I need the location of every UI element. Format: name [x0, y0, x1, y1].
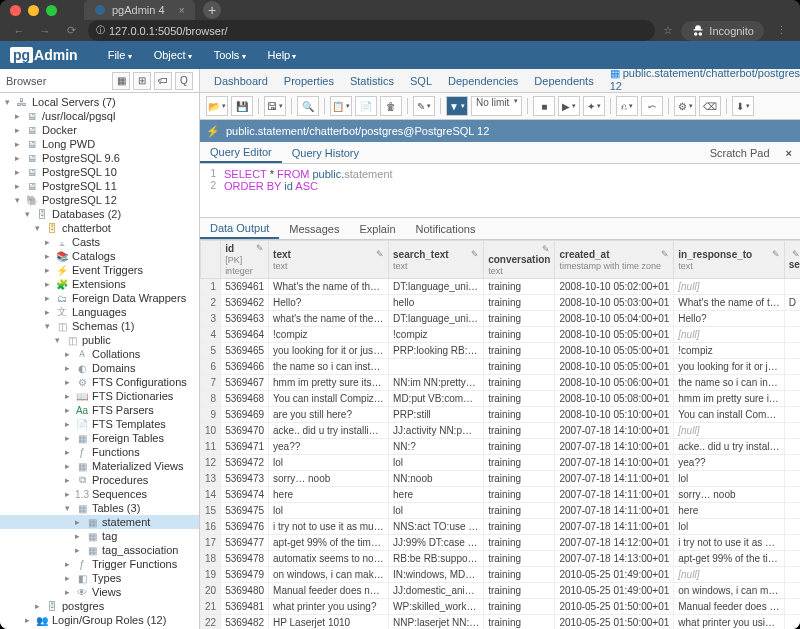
table-row[interactable]: 225369482HP Laserjet 1010NNP:laserjet NN… — [201, 615, 801, 630]
table-cell[interactable]: lol — [389, 455, 484, 471]
expand-icon[interactable]: ▸ — [12, 153, 22, 163]
menu-file[interactable]: File — [98, 46, 142, 64]
find-button[interactable]: 🔍 — [297, 96, 319, 116]
bookmark-icon[interactable]: ☆ — [663, 24, 673, 37]
expand-icon[interactable]: ▸ — [62, 461, 72, 471]
table-cell[interactable] — [784, 503, 800, 519]
table-cell[interactable]: training — [484, 359, 555, 375]
expand-icon[interactable]: ▸ — [72, 545, 82, 555]
table-cell[interactable]: training — [484, 615, 555, 630]
url-bar[interactable]: ⓘ 127.0.0.1:5050/browser/ — [88, 20, 655, 41]
table-cell[interactable]: training — [484, 423, 555, 439]
table-cell[interactable]: 4 — [201, 327, 221, 343]
tree-item[interactable]: ▾◫Schemas (1) — [0, 319, 199, 333]
table-cell[interactable]: 2008-10-10 05:05:00+01 — [555, 359, 674, 375]
table-cell[interactable]: [null] — [674, 423, 784, 439]
table-cell[interactable]: 3 — [201, 311, 221, 327]
table-cell[interactable]: 5369473 — [221, 471, 269, 487]
table-cell[interactable]: 5369461 — [221, 279, 269, 295]
table-cell[interactable]: [null] — [674, 327, 784, 343]
table-row[interactable]: 115369471yea??NN:?training2007-07-18 14:… — [201, 439, 801, 455]
column-header[interactable]: ✎in_response_totext — [674, 241, 784, 279]
new-tab-button[interactable]: + — [203, 1, 221, 19]
table-cell[interactable]: acke.. did u try installing flash using… — [269, 423, 389, 439]
table-cell[interactable]: 8 — [201, 391, 221, 407]
expand-icon[interactable]: ▸ — [62, 447, 72, 457]
table-cell[interactable]: 5369482 — [221, 615, 269, 630]
table-row[interactable]: 125369472lolloltraining2007-07-18 14:10:… — [201, 455, 801, 471]
table-cell[interactable]: 2008-10-10 05:08:00+01 — [555, 391, 674, 407]
table-cell[interactable]: training — [484, 327, 555, 343]
menu-tools[interactable]: Tools — [204, 46, 256, 64]
expand-icon[interactable]: ▸ — [62, 363, 72, 373]
table-cell[interactable]: 5369470 — [221, 423, 269, 439]
table-cell[interactable]: training — [484, 375, 555, 391]
tree-item[interactable]: ▾🐘PostgreSQL 12 — [0, 193, 199, 207]
tree-item[interactable]: ▸📄FTS Templates — [0, 417, 199, 431]
table-cell[interactable]: Manual feeder does … — [674, 599, 784, 615]
tree-item[interactable]: ▸🖥/usr/local/pgsql — [0, 109, 199, 123]
scratch-pad-tab[interactable]: Scratch Pad — [702, 144, 778, 162]
tree-item[interactable]: ▸文Languages — [0, 305, 199, 319]
tree-item[interactable]: ▸▦statement — [0, 515, 199, 529]
close-scratch-button[interactable]: × — [778, 147, 800, 159]
table-cell[interactable]: training — [484, 487, 555, 503]
query-history-tab[interactable]: Query History — [282, 144, 369, 162]
table-row[interactable]: 135369473sorry… noobNN:noobtraining2007-… — [201, 471, 801, 487]
table-cell[interactable]: training — [484, 503, 555, 519]
expand-icon[interactable]: ▸ — [62, 405, 72, 415]
table-cell[interactable]: 5369478 — [221, 551, 269, 567]
explain-button[interactable]: ✦ — [583, 96, 605, 116]
table-cell[interactable]: !compiz — [269, 327, 389, 343]
table-cell[interactable]: PRP:looking RB:… — [389, 343, 484, 359]
table-cell[interactable] — [784, 599, 800, 615]
table-cell[interactable]: training — [484, 391, 555, 407]
table-cell[interactable]: 5369463 — [221, 311, 269, 327]
table-cell[interactable]: hmm im pretty sure its under add/re… — [269, 375, 389, 391]
table-cell[interactable]: you looking for it or j… — [674, 359, 784, 375]
table-cell[interactable]: 9 — [201, 407, 221, 423]
delete-button[interactable]: 🗑 — [380, 96, 402, 116]
column-header[interactable]: ✎se — [784, 241, 800, 279]
table-cell[interactable]: 12 — [201, 455, 221, 471]
table-cell[interactable]: 6 — [201, 359, 221, 375]
table-cell[interactable]: 13 — [201, 471, 221, 487]
tree-item[interactable]: ▾◫public — [0, 333, 199, 347]
table-cell[interactable]: MD:put VB:com… — [389, 391, 484, 407]
table-cell[interactable] — [784, 407, 800, 423]
table-row[interactable]: 205369480Manual feeder does not work for… — [201, 583, 801, 599]
table-cell[interactable]: 2007-07-18 14:11:00+01 — [555, 487, 674, 503]
table-cell[interactable]: D — [784, 295, 800, 311]
copy-button[interactable]: 📋 — [330, 96, 352, 116]
expand-icon[interactable]: ▾ — [32, 223, 42, 233]
table-cell[interactable]: apt-get 99% of the ti… — [674, 551, 784, 567]
table-cell[interactable]: Manual feeder does not work for me — [269, 583, 389, 599]
table-cell[interactable]: hmm im pretty sure i… — [674, 391, 784, 407]
pgadmin-logo[interactable]: pgAdmin — [10, 47, 78, 63]
tree-item[interactable]: ▸🗂Foreign Data Wrappers — [0, 291, 199, 305]
paste-button[interactable]: 📄 — [355, 96, 377, 116]
table-row[interactable]: 95369469are you still here?PRP:stilltrai… — [201, 407, 801, 423]
table-cell[interactable] — [784, 615, 800, 630]
table-cell[interactable]: DT:language_uni… — [389, 279, 484, 295]
tree-item[interactable]: ▸⚡Event Triggers — [0, 263, 199, 277]
table-cell[interactable]: on windows, i can make my printer … — [269, 567, 389, 583]
table-cell[interactable]: 2008-10-10 05:04:00+01 — [555, 311, 674, 327]
expand-icon[interactable]: ▸ — [12, 125, 22, 135]
expand-icon[interactable]: ▸ — [12, 167, 22, 177]
table-cell[interactable]: 2008-10-10 05:10:00+01 — [555, 407, 674, 423]
expand-icon[interactable]: ▸ — [62, 391, 72, 401]
table-cell[interactable]: What's the name of that package fo… — [269, 279, 389, 295]
filter-button[interactable]: ▼ — [446, 96, 468, 116]
table-cell[interactable] — [784, 583, 800, 599]
column-header[interactable]: ✎id[PK] integer — [221, 241, 269, 279]
table-cell[interactable]: 17 — [201, 535, 221, 551]
table-cell[interactable]: 5369479 — [221, 567, 269, 583]
table-cell[interactable] — [784, 519, 800, 535]
column-header[interactable]: ✎created_attimestamp with time zone — [555, 241, 674, 279]
table-cell[interactable]: 14 — [201, 487, 221, 503]
table-cell[interactable]: 2007-07-18 14:12:00+01 — [555, 535, 674, 551]
table-cell[interactable]: 2007-07-18 14:10:00+01 — [555, 439, 674, 455]
expand-icon[interactable]: ▾ — [2, 97, 12, 107]
table-cell[interactable]: 15 — [201, 503, 221, 519]
